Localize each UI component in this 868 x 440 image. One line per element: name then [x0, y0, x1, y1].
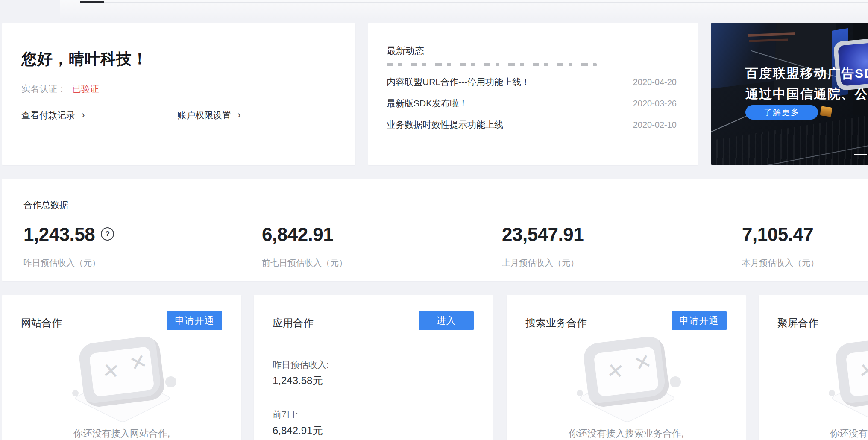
- stat-yesterday-income: 1,243.58? 昨日预估收入（元）: [23, 179, 246, 281]
- news-item-text: 业务数据时效性提示功能上线: [387, 119, 503, 131]
- dashboard-screen: 您好，晴叶科技！ 实名认证： 已验证 查看付款记录 › 账户权限设置 › 最新动…: [0, 0, 868, 440]
- empty-state-text: 你还没有接入网站合作,: [2, 427, 241, 440]
- banner-art-orange-cube: [820, 106, 833, 117]
- account-permission-link[interactable]: 账户权限设置 ›: [177, 109, 241, 121]
- x-eye-icon: ✕: [606, 358, 625, 383]
- greeting-title: 您好，晴叶科技！: [21, 49, 148, 70]
- stat-value: 23,547.91: [502, 224, 584, 245]
- illustration-screen-face: ✕ ✕: [593, 346, 659, 397]
- empty-state-illustration: ✕ ✕: [579, 340, 673, 427]
- empty-state-text: 你还没有接入聚屏合作,: [759, 427, 868, 440]
- verify-status-badge: 已验证: [72, 84, 99, 94]
- news-item-text: 内容联盟URL合作---停用功能上线！: [387, 76, 530, 88]
- coop-card-search: 搜索业务合作 申请开通 ✕ ✕ 你还没有接入搜索业务合作,: [507, 295, 746, 440]
- stat-value: 1,243.58?: [23, 224, 114, 245]
- enter-button[interactable]: 进入: [419, 311, 474, 330]
- empty-state-text: 你还没有接入搜索业务合作,: [507, 427, 746, 440]
- banner-headline-line1: 百度联盟移动广告SDK: [745, 65, 868, 82]
- account-permission-label: 账户权限设置: [177, 110, 231, 120]
- coop-card-app: 应用合作 进入 昨日预估收入: 1,243.58元 前7日: 6,842.91元: [254, 295, 493, 440]
- news-item-date: 2020-03-26: [633, 99, 677, 109]
- coop-card-title: 应用合作: [273, 316, 314, 330]
- stat-value: 7,105.47: [742, 224, 813, 245]
- coop-card-website: 网站合作 申请开通 ✕ ✕ 你还没有接入网站合作,: [2, 295, 241, 440]
- illustration-screen-face: ✕ ✕: [89, 346, 154, 397]
- stat-label: 本月预估收入（元）: [742, 257, 819, 269]
- banner-device-illustration: [833, 37, 868, 91]
- chevron-right-icon: ›: [82, 109, 85, 120]
- illustration-screen-face: ✕ ✕: [845, 346, 868, 397]
- coop-row-value: 1,243.58元: [273, 374, 323, 387]
- news-item[interactable]: 最新版SDK发布啦！ 2020-03-26: [387, 97, 677, 109]
- news-item-text: 最新版SDK发布啦！: [387, 97, 468, 109]
- top-divider-line: [80, 2, 868, 3]
- illustration-screen: ✕ ✕: [582, 335, 671, 408]
- top-progress-dash: [80, 1, 104, 3]
- illustration-dot: [670, 376, 681, 387]
- stat-label: 昨日预估收入（元）: [23, 257, 100, 269]
- banner-indicator-line: [854, 154, 867, 155]
- illustration-dot: [72, 390, 79, 396]
- chevron-right-icon: ›: [238, 109, 241, 120]
- coop-row-label: 前7日:: [273, 408, 298, 420]
- coop-card-title: 搜索业务合作: [525, 316, 587, 330]
- promo-banner[interactable]: 百度联盟移动广告SDK 通过中国信通院、公安 了解更多: [711, 23, 868, 165]
- x-eye-icon: ✕: [101, 358, 120, 383]
- stat-lastmonth-income: 23,547.91 上月预估收入（元）: [502, 179, 724, 281]
- stat-label: 上月预估收入（元）: [502, 257, 579, 269]
- illustration-dot: [165, 376, 176, 387]
- greeting-card: 您好，晴叶科技！ 实名认证： 已验证 查看付款记录 › 账户权限设置 ›: [2, 23, 355, 165]
- news-item[interactable]: 内容联盟URL合作---停用功能上线！ 2020-04-20: [387, 76, 677, 88]
- realname-verify-row: 实名认证： 已验证: [21, 83, 99, 95]
- empty-state-illustration: ✕ ✕: [75, 340, 169, 427]
- stat-value-text: 1,243.58: [23, 224, 95, 245]
- stat-value: 6,842.91: [262, 224, 333, 245]
- help-icon[interactable]: ?: [101, 227, 114, 241]
- summary-stats-card: 合作总数据 1,243.58? 昨日预估收入（元） 6,842.91 前七日预估…: [2, 179, 868, 281]
- x-eye-icon: ✕: [127, 349, 150, 376]
- news-card: 最新动态 内容联盟URL合作---停用功能上线！ 2020-04-20 最新版S…: [368, 23, 698, 165]
- news-item-date: 2020-02-10: [633, 120, 677, 130]
- coop-row-value: 6,842.91元: [273, 424, 323, 437]
- empty-state-illustration: ✕ ✕: [831, 340, 868, 427]
- payment-records-label: 查看付款记录: [21, 110, 75, 120]
- stat-label: 前七日预估收入（元）: [262, 257, 347, 269]
- banner-headline-line2: 通过中国信通院、公安: [745, 85, 868, 103]
- news-item[interactable]: 业务数据时效性提示功能上线 2020-02-10: [387, 119, 677, 131]
- illustration-screen: ✕ ✕: [78, 335, 166, 408]
- x-eye-icon: ✕: [631, 349, 654, 376]
- illustration-dot: [829, 390, 835, 396]
- apply-open-button[interactable]: 申请开通: [167, 311, 222, 330]
- x-eye-icon: ✕: [858, 358, 868, 383]
- learn-more-button[interactable]: 了解更多: [745, 105, 818, 120]
- news-title: 最新动态: [387, 44, 424, 57]
- stat-thismonth-income: 7,105.47 本月预估收入（元）: [742, 179, 868, 281]
- realname-verify-label: 实名认证：: [21, 84, 66, 94]
- apply-open-button[interactable]: 申请开通: [672, 311, 727, 330]
- coop-card-title: 聚屏合作: [777, 316, 818, 330]
- news-item-date: 2020-04-20: [633, 77, 677, 87]
- coop-row-label: 昨日预估收入:: [273, 359, 329, 371]
- coop-card-jvping: 聚屏合作 申请开通 ✕ ✕ 你还没有接入聚屏合作,: [759, 295, 868, 440]
- coop-card-title: 网站合作: [21, 316, 62, 330]
- payment-records-link[interactable]: 查看付款记录 ›: [21, 109, 85, 121]
- stat-last7days-income: 6,842.91 前七日预估收入（元）: [262, 179, 484, 281]
- news-scrolling-item-clipped: [387, 63, 597, 66]
- illustration-dot: [577, 390, 583, 396]
- greeting-links-row: 查看付款记录 › 账户权限设置 ›: [2, 109, 355, 122]
